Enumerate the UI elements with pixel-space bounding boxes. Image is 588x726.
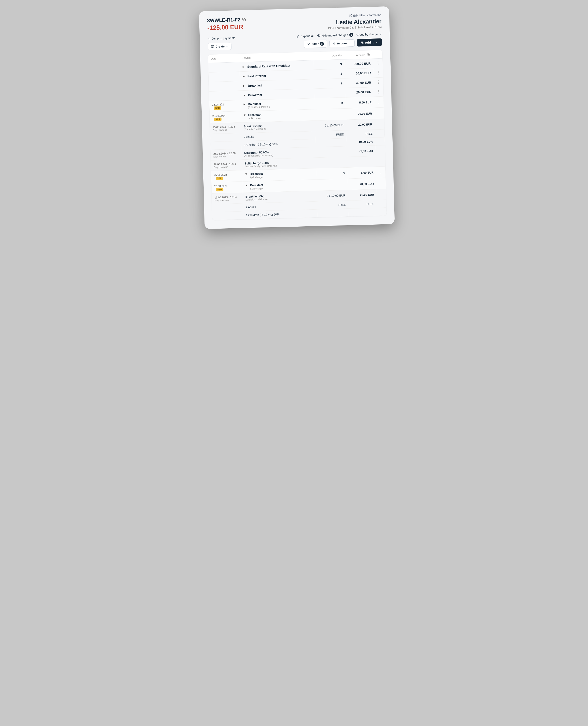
guest-name: Leslie Alexander [328,18,381,26]
create-button[interactable]: Create [208,42,232,50]
filter-badge: 2 [320,42,324,46]
charges-table: Date Service Quantity Amount [208,50,386,220]
chevron-right-icon[interactable]: ► [242,75,245,78]
jump-to-payments-button[interactable]: Jump to payments [208,36,235,40]
chevron-down-icon[interactable]: ▼ [243,113,246,117]
svg-rect-15 [368,53,369,54]
col-quantity: Quantity [313,51,344,60]
svg-rect-5 [212,45,212,46]
ser-tag: SER [216,177,223,180]
svg-rect-13 [361,43,362,44]
chevron-down-icon[interactable]: ▼ [243,94,246,97]
more-options-icon[interactable]: ⋮ [376,61,380,66]
svg-rect-7 [212,47,212,48]
copy-icon[interactable] [242,18,246,22]
booking-ref: 3WWLE-R1-F2 [207,17,246,24]
more-options-icon[interactable]: ⋮ [377,100,381,104]
chevron-down-icon[interactable]: ▼ [245,172,248,176]
actions-button[interactable]: Actions [329,39,355,47]
hide-moved-badge: 1 [349,33,353,37]
more-options-icon[interactable]: ⋮ [377,89,381,94]
col-amount: Amount [344,50,373,60]
svg-rect-16 [369,53,370,54]
svg-rect-11 [361,42,362,42]
amount-total: -125.00 EUR [207,23,247,32]
svg-rect-6 [213,45,214,46]
svg-marker-9 [308,43,310,45]
chevron-right-icon[interactable]: ► [242,65,245,68]
svg-point-4 [318,35,319,36]
svg-rect-18 [369,55,370,55]
more-options-icon[interactable]: ⋮ [379,170,383,175]
col-date: Date [208,54,239,63]
column-settings-icon[interactable] [367,53,370,56]
svg-marker-10 [333,42,335,45]
chevron-down-icon[interactable]: ▼ [245,184,248,187]
chevron-right-icon[interactable]: ► [243,84,246,87]
expand-all-button[interactable]: Expand all [296,34,314,38]
svg-rect-0 [244,19,246,21]
edit-billing-button[interactable]: Edit billing information [328,13,381,18]
ser-tag: SER [214,118,222,121]
more-options-icon[interactable]: ⋮ [376,70,380,75]
more-options-icon[interactable]: ⋮ [376,80,381,85]
svg-rect-12 [362,42,363,42]
svg-rect-17 [368,55,369,55]
ser-tag: SER [216,188,223,191]
chevron-right-icon[interactable]: ► [243,103,246,106]
filter-button[interactable]: Filter 2 [304,40,328,48]
ser-tag: SER [214,106,221,110]
group-by-charge-button[interactable]: Group by charge [356,32,382,36]
svg-rect-8 [213,47,214,48]
hide-moved-charges-button[interactable]: Hide moved charges 1 [317,33,354,38]
svg-rect-14 [362,43,363,44]
add-button[interactable]: Add [357,39,382,47]
